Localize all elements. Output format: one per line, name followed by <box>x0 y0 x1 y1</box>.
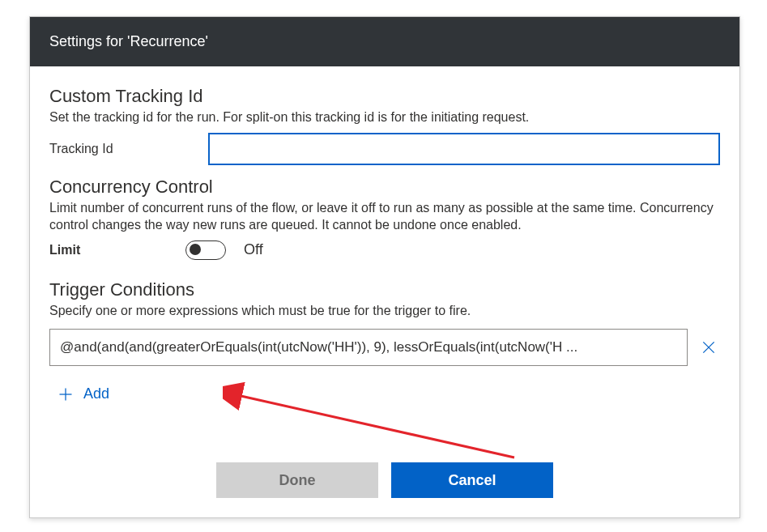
dialog-title: Settings for 'Recurrence' <box>49 33 208 49</box>
dialog-footer: Done Cancel <box>30 448 739 517</box>
add-condition-label: Add <box>83 385 109 402</box>
tracking-id-label: Tracking Id <box>49 142 195 156</box>
cancel-button[interactable]: Cancel <box>391 462 553 498</box>
trigger-conditions-section: Trigger Conditions Specify one or more e… <box>49 279 720 406</box>
concurrency-section: Concurrency Control Limit number of conc… <box>49 177 720 260</box>
condition-row: @and(and(and(greaterOrEquals(int(utcNow(… <box>49 329 720 366</box>
tracking-id-desc: Set the tracking id for the run. For spl… <box>49 109 720 126</box>
concurrency-limit-toggle[interactable] <box>185 240 226 260</box>
concurrency-desc: Limit number of concurrent runs of the f… <box>49 199 720 234</box>
tracking-id-section: Custom Tracking Id Set the tracking id f… <box>49 86 720 165</box>
concurrency-limit-state: Off <box>244 241 263 258</box>
settings-dialog: Settings for 'Recurrence' Custom Trackin… <box>29 16 740 518</box>
dialog-header: Settings for 'Recurrence' <box>30 17 739 66</box>
remove-condition-button[interactable] <box>697 336 720 359</box>
tracking-id-input[interactable] <box>208 133 720 165</box>
add-condition-button[interactable]: Add <box>49 382 117 406</box>
plus-icon <box>58 386 74 402</box>
close-icon <box>701 339 717 355</box>
condition-expression-input[interactable]: @and(and(and(greaterOrEquals(int(utcNow(… <box>49 329 688 366</box>
concurrency-title: Concurrency Control <box>49 177 720 198</box>
dialog-body: Custom Tracking Id Set the tracking id f… <box>30 66 739 448</box>
trigger-conditions-title: Trigger Conditions <box>49 279 720 300</box>
tracking-id-title: Custom Tracking Id <box>49 86 720 107</box>
trigger-conditions-desc: Specify one or more expressions which mu… <box>49 302 720 320</box>
concurrency-limit-label: Limit <box>49 243 176 257</box>
toggle-knob <box>190 244 201 255</box>
done-button[interactable]: Done <box>216 462 378 498</box>
